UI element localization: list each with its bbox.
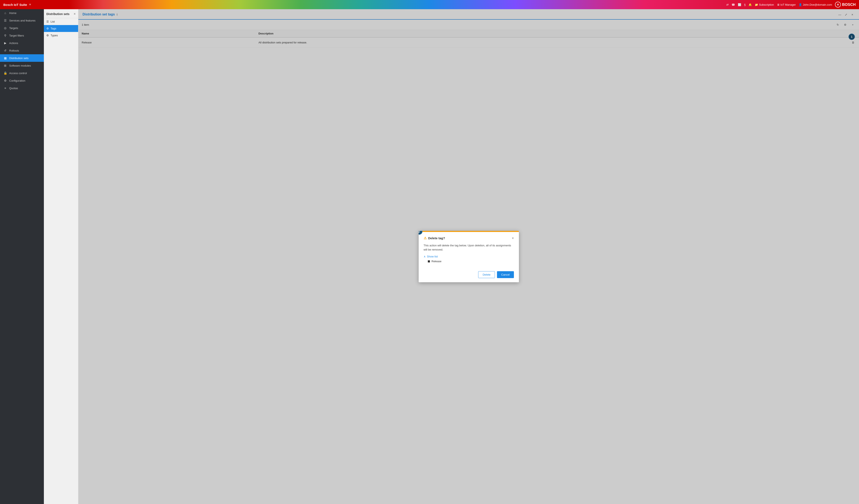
sidebar-item-label: Targets xyxy=(9,27,18,30)
distribution-icon: ▦ xyxy=(3,56,7,60)
panel-nav-tags[interactable]: ⚙ Tags xyxy=(44,25,78,32)
modal-close-button[interactable]: × xyxy=(512,236,514,240)
actions-icon: ▶ xyxy=(3,41,7,45)
config-icon: ⚙ xyxy=(3,79,7,82)
sidebar-item-label: Rollouts xyxy=(9,49,19,52)
app-close-icon[interactable]: × xyxy=(29,3,31,6)
sidebar-item-quotas[interactable]: ≡ Quotas xyxy=(0,85,44,92)
quotas-icon: ≡ xyxy=(3,87,7,90)
share-icon[interactable]: ⇄ xyxy=(726,3,729,6)
topbar-left: Bosch IoT Suite × xyxy=(3,3,31,6)
sidebar-item-label: Software modules xyxy=(9,64,31,67)
panel-nav-label: Types xyxy=(50,34,58,37)
topbar: Bosch IoT Suite × ⇄ ☎ ⬜ § 🔔 📁 Subscripti… xyxy=(0,0,859,9)
panel-close-icon[interactable]: × xyxy=(74,12,76,16)
show-list-toggle[interactable]: ∧ Show list xyxy=(424,255,514,258)
sidebar-item-label: Services and features xyxy=(9,19,35,22)
sidebar-item-targets[interactable]: ◎ Targets xyxy=(0,24,44,32)
sidebar-item-home[interactable]: ⌂ Home xyxy=(0,9,44,17)
sidebar-item-label: Home xyxy=(9,12,16,15)
iot-manager-label[interactable]: 🖥 IoT Manager xyxy=(777,3,796,6)
app-title: Bosch IoT Suite xyxy=(3,3,27,6)
panel-nav-list[interactable]: ☰ List xyxy=(44,18,78,25)
bullet-icon xyxy=(428,260,430,262)
panel-nav-label: List xyxy=(50,20,55,23)
bosch-logo: ⚙ BOSCH xyxy=(835,2,856,7)
modal-title-row: ⚠ Delete tag? × xyxy=(424,236,514,240)
panel-nav-label: Tags xyxy=(50,27,56,30)
sidebar-item-distribution-sets[interactable]: ▦ Distribution sets xyxy=(0,54,44,62)
filter-icon: ⚲ xyxy=(3,34,7,37)
dollar-icon[interactable]: § xyxy=(744,3,745,6)
sidebar-item-label: Distribution sets xyxy=(9,57,28,60)
sidebar-item-configuration[interactable]: ⚙ Configuration xyxy=(0,77,44,85)
warning-icon: ⚠ xyxy=(424,236,426,240)
sidebar-item-label: Access control xyxy=(9,72,27,75)
rollouts-icon: ↺ xyxy=(3,49,7,52)
topbar-right: ⇄ ☎ ⬜ § 🔔 📁 Subscription 🖥 IoT Manager 👤… xyxy=(726,2,856,7)
cancel-button[interactable]: Cancel xyxy=(497,271,514,278)
user-icon: 👤 xyxy=(799,3,802,6)
sidebar-item-target-filters[interactable]: ⚲ Target filters xyxy=(0,32,44,39)
modal-title: ⚠ Delete tag? xyxy=(424,236,445,240)
subscription-label[interactable]: 📁 Subscription xyxy=(755,3,774,6)
sidebar-item-label: Target filters xyxy=(9,34,24,37)
tags-icon: ⚙ xyxy=(46,27,49,30)
content-area: Distribution set tags ℹ — ⤢ × 1 item ↻ ⚙… xyxy=(78,9,859,504)
modal-footer: Delete Cancel xyxy=(419,268,519,282)
sidebar-item-label: Actions xyxy=(9,42,18,45)
modal-list-item: Release xyxy=(424,260,514,263)
services-icon: ☰ xyxy=(3,19,7,22)
panel-header: Distribution sets × xyxy=(44,9,78,18)
panel-nav-types[interactable]: ⚙ Types xyxy=(44,32,78,39)
types-icon: ⚙ xyxy=(46,34,49,37)
user-label[interactable]: 👤 John.Doe@domain.com xyxy=(799,3,832,6)
delete-tag-modal: 2 ⚠ Delete tag? × This action will delet… xyxy=(419,231,519,282)
sidebar-item-label: Configuration xyxy=(9,79,25,82)
iot-manager-icon: 🖥 xyxy=(777,3,780,6)
software-icon: ⊞ xyxy=(3,64,7,67)
list-icon: ☰ xyxy=(46,20,49,23)
sidebar: ⌂ Home ☰ Services and features ◎ Targets… xyxy=(0,9,44,504)
lock-icon: 🔒 xyxy=(3,72,7,75)
panel-title: Distribution sets xyxy=(46,12,69,16)
targets-icon: ◎ xyxy=(3,26,7,30)
sidebar-item-services[interactable]: ☰ Services and features xyxy=(0,17,44,24)
sidebar-item-rollouts[interactable]: ↺ Rollouts xyxy=(0,47,44,54)
sidebar-item-label: Quotas xyxy=(9,87,18,90)
delete-button[interactable]: Delete xyxy=(478,271,495,278)
sidebar-item-access-control[interactable]: 🔒 Access control xyxy=(0,69,44,77)
sidebar-item-software-modules[interactable]: ⊞ Software modules xyxy=(0,62,44,69)
panel: Distribution sets × ☰ List ⚙ Tags ⚙ Type… xyxy=(44,9,78,504)
modal-overlay: 2 ⚠ Delete tag? × This action will delet… xyxy=(78,9,859,504)
bosch-circle-icon: ⚙ xyxy=(835,2,841,7)
main-layout: ⌂ Home ☰ Services and features ◎ Targets… xyxy=(0,9,859,504)
window-icon[interactable]: ⬜ xyxy=(738,3,741,6)
chevron-up-icon: ∧ xyxy=(424,255,426,258)
home-icon: ⌂ xyxy=(3,11,7,15)
bell-icon[interactable]: 🔔 xyxy=(749,3,752,6)
modal-body: ⚠ Delete tag? × This action will delete … xyxy=(419,232,519,268)
modal-description: This action will delete the tag below. U… xyxy=(424,243,514,251)
sidebar-item-actions[interactable]: ▶ Actions xyxy=(0,39,44,47)
subscription-icon: 📁 xyxy=(755,3,758,6)
phone-icon[interactable]: ☎ xyxy=(732,3,735,6)
